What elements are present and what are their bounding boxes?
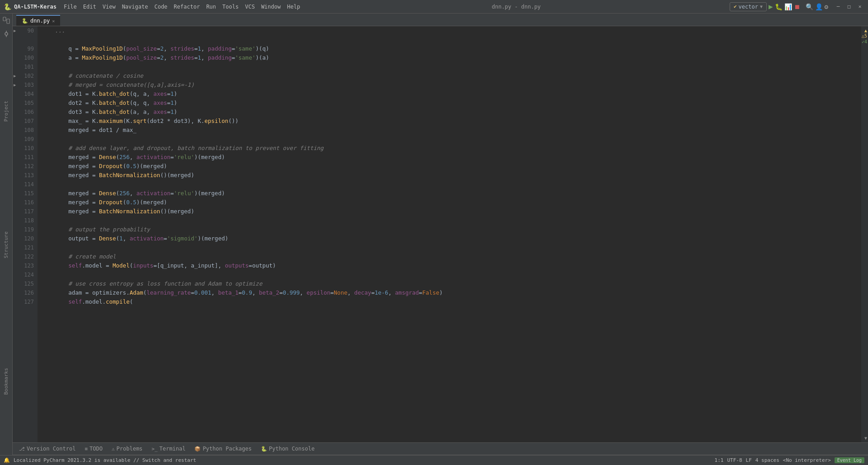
structure-sidebar-label[interactable]: Structure xyxy=(2,228,10,262)
line-num-110: 110 xyxy=(13,144,38,153)
status-line-ending[interactable]: LF xyxy=(746,457,752,463)
maximize-button[interactable]: □ xyxy=(844,2,854,11)
code-line-99: q = MaxPooling1D(pool_size=2, strides=1,… xyxy=(41,44,858,53)
code-line-106: dot3 = K.batch_dot(a, a, axes=1) xyxy=(41,108,858,117)
tab-terminal[interactable]: >_ Terminal xyxy=(147,444,190,454)
code-line-115: merged = Dense(256, activation='relu')(m… xyxy=(41,189,858,198)
code-line-103: # merged = concatenate([q,a],axis=-1) xyxy=(41,80,858,89)
menu-tools[interactable]: Tools xyxy=(220,3,241,11)
menu-run[interactable]: Run xyxy=(203,3,219,11)
project-sidebar-label[interactable]: Project xyxy=(2,97,10,125)
code-line-110: # add dense layer, and dropout, batch no… xyxy=(41,144,858,153)
todo-icon: ≡ xyxy=(85,446,88,452)
line-num-112: 112 xyxy=(13,162,38,171)
status-interpreter[interactable]: <No interpreter> xyxy=(783,457,831,463)
tab-todo[interactable]: ≡ TODO xyxy=(80,444,107,454)
terminal-icon: >_ xyxy=(151,446,157,452)
tab-version-control-label: Version Control xyxy=(27,446,75,452)
status-notification-text[interactable]: Localized PyCharm 2021.3.2 is available … xyxy=(14,457,196,463)
project-name: QA-LSTM-Keras xyxy=(14,4,57,10)
file-tabs: 🐍 dnn.py ✕ xyxy=(13,14,868,26)
code-line-112: merged = Dropout(0.5)(merged) xyxy=(41,162,858,171)
line-num-124: 124 xyxy=(13,270,38,279)
tab-problems[interactable]: ⚠ Problems xyxy=(107,444,147,454)
menu-bar[interactable]: File Edit View Navigate Code Refactor Ru… xyxy=(61,3,303,11)
tab-version-control[interactable]: ⎇ Version Control xyxy=(14,444,80,454)
file-tab-close[interactable]: ✕ xyxy=(52,19,55,23)
tab-python-console[interactable]: 🐍 Python Console xyxy=(256,444,319,454)
tab-python-packages[interactable]: 📦 Python Packages xyxy=(190,444,256,454)
tab-terminal-label: Terminal xyxy=(160,446,186,452)
menu-refactor[interactable]: Refactor xyxy=(171,3,203,11)
svg-rect-0 xyxy=(3,17,6,21)
line-num-102: ▶102 xyxy=(13,71,38,80)
tab-problems-label: Problems xyxy=(117,446,143,452)
stop-button[interactable]: ⏹ xyxy=(794,3,800,10)
window-title: dnn.py - dnn.py xyxy=(303,4,730,10)
file-tab-dnn[interactable]: 🐍 dnn.py ✕ xyxy=(16,15,60,26)
code-content[interactable]: ... q = MaxPooling1D(pool_size=2, stride… xyxy=(38,26,861,442)
menu-code[interactable]: Code xyxy=(151,3,170,11)
event-log[interactable]: Event Log xyxy=(835,457,864,463)
line-num-100: 100 xyxy=(13,53,38,62)
menu-file[interactable]: File xyxy=(61,3,80,11)
line-num-123: 123 xyxy=(13,261,38,270)
tab-todo-label: TODO xyxy=(90,446,103,452)
line-numbers: ▶90 99 100 101 ▶102 ▶103 104 105 106 107… xyxy=(13,26,38,442)
line-num-118: 118 xyxy=(13,216,38,225)
line-num-105: 105 xyxy=(13,99,38,108)
python-packages-icon: 📦 xyxy=(194,446,201,452)
line-num-103: ▶103 xyxy=(13,80,38,89)
line-num-115: 115 xyxy=(13,189,38,198)
search-everywhere-button[interactable]: 🔍 xyxy=(806,3,813,10)
code-line-118 xyxy=(41,216,858,225)
svg-rect-1 xyxy=(7,19,9,23)
ok-count: ✓4 xyxy=(862,39,867,44)
bookmarks-sidebar-label[interactable]: Bookmarks xyxy=(2,364,10,399)
project-panel-icon[interactable] xyxy=(1,15,11,25)
profile-button[interactable]: 📊 xyxy=(784,3,792,10)
code-line-119: # output the probability xyxy=(41,225,858,234)
avatar-button[interactable]: 👤 xyxy=(815,3,823,10)
titlebar: 🐍 QA-LSTM-Keras File Edit View Navigate … xyxy=(0,0,868,14)
code-line-104: dot1 = K.batch_dot(q, a, axes=1) xyxy=(41,89,858,99)
line-num-114: 114 xyxy=(13,180,38,189)
close-button[interactable]: ✕ xyxy=(855,2,864,11)
menu-window[interactable]: Window xyxy=(259,3,283,11)
menu-navigate[interactable]: Navigate xyxy=(119,3,151,11)
main-area: Project Structure Bookmarks 🐍 dnn.py ✕ ▶… xyxy=(0,14,868,455)
menu-help[interactable]: Help xyxy=(284,3,303,11)
code-line-101 xyxy=(41,62,858,71)
code-editor[interactable]: ▶90 99 100 101 ▶102 ▶103 104 105 106 107… xyxy=(13,26,868,442)
minimize-button[interactable]: ─ xyxy=(834,2,843,11)
code-line-empty1 xyxy=(41,35,858,44)
line-num-99: 99 xyxy=(13,44,38,53)
problems-icon: ⚠ xyxy=(112,446,115,452)
settings-button[interactable]: ⚙ xyxy=(825,3,828,10)
code-line-126: adam = optimizers.Adam(learning_rate=0.0… xyxy=(41,288,858,297)
tab-python-console-label: Python Console xyxy=(269,446,315,452)
line-num-109: 109 xyxy=(13,135,38,144)
menu-view[interactable]: View xyxy=(100,3,118,11)
run-button[interactable]: ▶ xyxy=(769,2,773,11)
code-line-127: self.model.compile( xyxy=(41,297,858,306)
debug-button[interactable]: 🐛 xyxy=(775,3,783,10)
code-line-102: # concatenate / cosine xyxy=(41,71,858,80)
run-config-selector[interactable]: ✔ vector ▼ xyxy=(730,2,767,11)
run-config-name: vector xyxy=(739,4,758,10)
code-line-109 xyxy=(41,135,858,144)
line-num-116: 116 xyxy=(13,198,38,207)
python-console-icon: 🐍 xyxy=(261,446,267,452)
menu-vcs[interactable]: VCS xyxy=(242,3,258,11)
line-num-101: 101 xyxy=(13,62,38,71)
code-line-100: a = MaxPooling1D(pool_size=2, strides=1,… xyxy=(41,53,858,62)
tab-python-packages-label: Python Packages xyxy=(203,446,251,452)
status-position[interactable]: 1:1 xyxy=(715,457,724,463)
bottom-tabs: ⎇ Version Control ≡ TODO ⚠ Problems >_ T… xyxy=(13,442,868,455)
status-encoding[interactable]: UTF-8 xyxy=(727,457,742,463)
status-indent[interactable]: 4 spaces xyxy=(755,457,779,463)
menu-edit[interactable]: Edit xyxy=(80,3,99,11)
statusbar: 🔔 Localized PyCharm 2021.3.2 is availabl… xyxy=(0,455,868,465)
code-line-124 xyxy=(41,270,858,279)
commit-panel-icon[interactable] xyxy=(1,29,11,39)
